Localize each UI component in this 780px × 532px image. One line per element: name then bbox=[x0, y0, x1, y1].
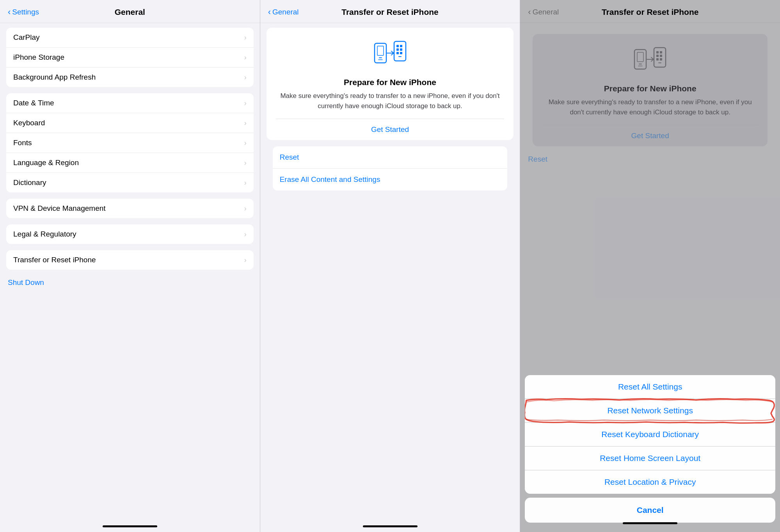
prepare-card: Prepare for New iPhone Make sure everyth… bbox=[267, 28, 514, 140]
chevron-icon: › bbox=[244, 205, 247, 213]
action-sheet-overlay: Reset All Settings Reset Network Setting… bbox=[520, 0, 780, 532]
page-title: General bbox=[115, 7, 145, 17]
chevron-icon: › bbox=[244, 73, 247, 82]
item-label: Legal & Regulatory bbox=[13, 230, 76, 238]
item-label: Language & Region bbox=[13, 158, 79, 167]
reset-network-settings-button[interactable]: Reset Network Settings bbox=[525, 399, 775, 423]
prepare-desc: Make sure everything's ready to transfer… bbox=[276, 91, 505, 111]
reset-button[interactable]: Reset bbox=[273, 146, 508, 169]
item-label: VPN & Device Management bbox=[13, 204, 106, 213]
home-indicator bbox=[103, 525, 157, 527]
item-label: Background App Refresh bbox=[13, 73, 96, 82]
back-label: General bbox=[272, 8, 299, 16]
group-transfer: Transfer or Reset iPhone › bbox=[6, 250, 254, 270]
item-label: Date & Time bbox=[13, 99, 54, 107]
back-chevron-icon: ‹ bbox=[268, 7, 271, 17]
action-sheet-group: Reset All Settings Reset Network Setting… bbox=[525, 375, 775, 494]
chevron-icon: › bbox=[244, 119, 247, 127]
list-item[interactable]: VPN & Device Management › bbox=[6, 199, 254, 218]
list-item[interactable]: Transfer or Reset iPhone › bbox=[6, 250, 254, 270]
group-carplay-storage: CarPlay › iPhone Storage › Background Ap… bbox=[6, 28, 254, 87]
group-datetime-dict: Date & Time › Keyboard › Fonts › Languag… bbox=[6, 93, 254, 192]
chevron-icon: › bbox=[244, 179, 247, 187]
item-label: Transfer or Reset iPhone bbox=[13, 256, 96, 264]
prepare-title: Prepare for New iPhone bbox=[344, 78, 436, 87]
nav-bar-general: ‹ Settings General bbox=[0, 0, 260, 23]
item-label: Dictionary bbox=[13, 178, 46, 187]
svg-rect-6 bbox=[400, 45, 402, 47]
page-title: Transfer or Reset iPhone bbox=[341, 7, 439, 17]
nav-bar-transfer: ‹ General Transfer or Reset iPhone bbox=[260, 0, 520, 23]
reset-keyboard-dict-button[interactable]: Reset Keyboard Dictionary bbox=[525, 423, 775, 447]
item-label: CarPlay bbox=[13, 33, 40, 42]
shutdown-container: Shut Down bbox=[6, 276, 254, 295]
cancel-button[interactable]: Cancel bbox=[525, 498, 775, 523]
chevron-icon: › bbox=[244, 230, 247, 238]
reset-all-settings-button[interactable]: Reset All Settings bbox=[525, 375, 775, 399]
reset-location-privacy-button[interactable]: Reset Location & Privacy bbox=[525, 470, 775, 494]
list-item[interactable]: Fonts › bbox=[6, 133, 254, 153]
list-item[interactable]: Dictionary › bbox=[6, 173, 254, 192]
panel-transfer: ‹ General Transfer or Reset iPhone bbox=[260, 0, 521, 532]
home-indicator bbox=[623, 522, 677, 524]
back-chevron-icon: ‹ bbox=[8, 7, 11, 17]
list-item[interactable]: Legal & Regulatory › bbox=[6, 224, 254, 244]
chevron-icon: › bbox=[244, 139, 247, 147]
settings-scroll: CarPlay › iPhone Storage › Background Ap… bbox=[0, 23, 260, 522]
item-label: iPhone Storage bbox=[13, 53, 64, 62]
svg-rect-1 bbox=[377, 46, 384, 55]
back-to-settings[interactable]: ‹ Settings bbox=[8, 7, 39, 17]
panel-reset-action: ‹ General Transfer or Reset iPhone bbox=[520, 0, 780, 532]
prepare-card-group: Prepare for New iPhone Make sure everyth… bbox=[267, 28, 514, 140]
list-item[interactable]: Background App Refresh › bbox=[6, 68, 254, 87]
shutdown-button[interactable]: Shut Down bbox=[8, 278, 44, 286]
list-item[interactable]: iPhone Storage › bbox=[6, 48, 254, 68]
svg-rect-8 bbox=[400, 48, 402, 51]
back-label: Settings bbox=[12, 8, 39, 16]
list-item[interactable]: CarPlay › bbox=[6, 28, 254, 48]
erase-button[interactable]: Erase All Content and Settings bbox=[273, 169, 508, 190]
chevron-icon: › bbox=[244, 34, 247, 42]
iphone-transfer-icon bbox=[373, 39, 408, 72]
list-item[interactable]: Keyboard › bbox=[6, 113, 254, 133]
chevron-icon: › bbox=[244, 256, 247, 264]
group-vpn: VPN & Device Management › bbox=[6, 199, 254, 218]
get-started-button[interactable]: Get Started bbox=[276, 119, 505, 140]
chevron-icon: › bbox=[244, 53, 247, 62]
chevron-icon: › bbox=[244, 159, 247, 167]
reset-group: Reset Erase All Content and Settings bbox=[273, 146, 508, 190]
svg-rect-9 bbox=[396, 52, 399, 54]
svg-rect-5 bbox=[396, 45, 399, 47]
action-sheet: Reset All Settings Reset Network Setting… bbox=[525, 375, 775, 523]
chevron-icon: › bbox=[244, 99, 247, 107]
group-legal: Legal & Regulatory › bbox=[6, 224, 254, 244]
item-label: Fonts bbox=[13, 139, 32, 147]
item-label: Keyboard bbox=[13, 119, 45, 127]
list-item[interactable]: Language & Region › bbox=[6, 153, 254, 173]
list-item[interactable]: Date & Time › bbox=[6, 93, 254, 113]
panel-general: ‹ Settings General CarPlay › iPhone Stor… bbox=[0, 0, 260, 532]
svg-rect-7 bbox=[396, 48, 399, 51]
home-indicator bbox=[363, 525, 418, 527]
back-to-general[interactable]: ‹ General bbox=[268, 7, 299, 17]
reset-home-screen-button[interactable]: Reset Home Screen Layout bbox=[525, 447, 775, 470]
svg-rect-4 bbox=[394, 41, 406, 61]
svg-rect-10 bbox=[400, 52, 402, 54]
transfer-scroll: Prepare for New iPhone Make sure everyth… bbox=[260, 23, 520, 522]
